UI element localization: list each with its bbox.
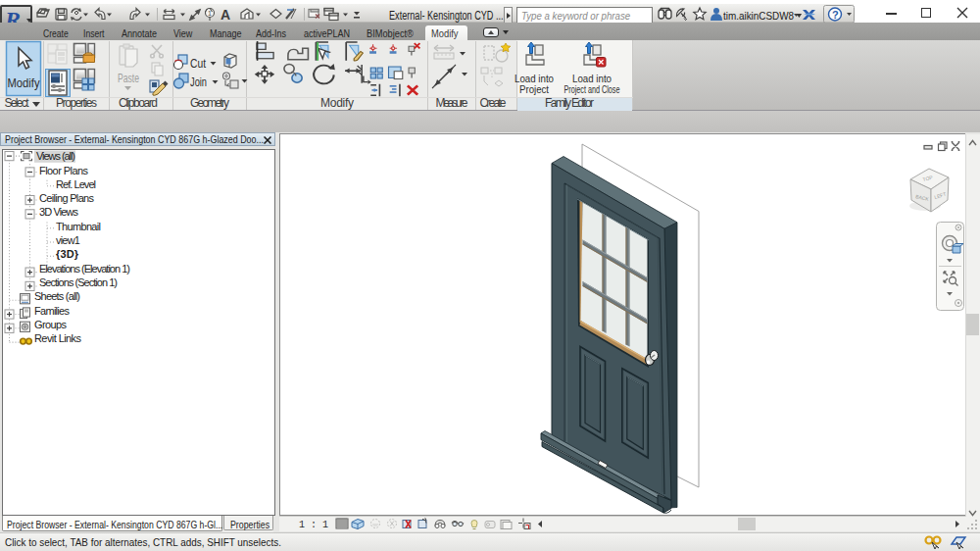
svg-text:Revit Links: Revit Links xyxy=(34,332,81,344)
svg-text:Modify: Modify xyxy=(320,96,354,110)
svg-text:Create: Create xyxy=(480,96,507,110)
svg-text:Groups: Groups xyxy=(34,319,67,330)
svg-text:Paste: Paste xyxy=(118,72,139,85)
svg-text:Elevations (Elevation 1): Elevations (Elevation 1) xyxy=(39,263,130,275)
svg-text:Sheets (all): Sheets (all) xyxy=(34,290,80,302)
svg-text:view1: view1 xyxy=(56,234,80,246)
svg-text:Sections (Section 1): Sections (Section 1) xyxy=(39,276,118,288)
svg-text:Join: Join xyxy=(190,75,207,89)
svg-text:Family Editor: Family Editor xyxy=(545,96,594,110)
svg-text:1 : 1: 1 : 1 xyxy=(299,520,328,530)
svg-text:3D Views: 3D Views xyxy=(39,206,78,218)
svg-text:Clipboard: Clipboard xyxy=(119,96,158,110)
svg-text:Modify: Modify xyxy=(8,76,40,90)
svg-text:Properties: Properties xyxy=(56,96,97,110)
svg-text:?: ? xyxy=(832,9,839,21)
svg-text:Floor Plans: Floor Plans xyxy=(39,164,88,175)
svg-text:1: 1 xyxy=(208,10,212,17)
svg-text:Measure: Measure xyxy=(436,96,468,110)
svg-text:Cut: Cut xyxy=(190,56,206,71)
svg-text:A: A xyxy=(220,7,230,23)
svg-text:Project and Close: Project and Close xyxy=(564,83,620,95)
svg-text:Thumbnail: Thumbnail xyxy=(56,221,101,232)
svg-text:Select: Select xyxy=(5,96,30,110)
svg-text:Families: Families xyxy=(34,304,70,316)
svg-text:Ceiling Plans: Ceiling Plans xyxy=(39,192,94,204)
svg-text:{3D}: {3D} xyxy=(56,248,79,260)
svg-text:Views (all): Views (all) xyxy=(36,150,75,162)
svg-text:Geometry: Geometry xyxy=(190,96,229,110)
svg-text:Project: Project xyxy=(519,83,550,95)
svg-text:Ref. Level: Ref. Level xyxy=(56,178,96,190)
